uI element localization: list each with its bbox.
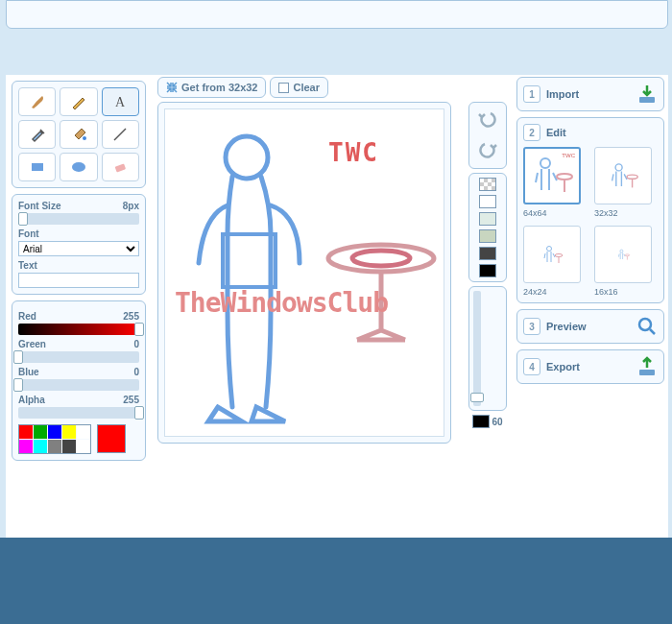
- step-1-number: 1: [523, 85, 540, 103]
- get-from-button[interactable]: Get from 32x32: [157, 77, 266, 98]
- right-column: 1 Import 2 Edit TWC64x6432x3224x2416x16 …: [513, 75, 668, 538]
- zoom-slider[interactable]: [473, 291, 481, 406]
- edit-label: Edit: [546, 127, 566, 138]
- shrink-icon: [166, 82, 178, 93]
- svg-point-16: [619, 250, 622, 252]
- svg-point-15: [555, 253, 563, 256]
- export-icon: [636, 356, 658, 377]
- canvas[interactable]: TWC TheWindowsClub: [164, 108, 444, 437]
- swatch-8[interactable]: [62, 440, 76, 453]
- undo-icon: [477, 109, 498, 131]
- import-icon: [636, 84, 658, 105]
- swatch-1[interactable]: [34, 425, 47, 439]
- red-slider[interactable]: [18, 324, 139, 335]
- preview-label: Preview: [546, 321, 587, 332]
- clear-label: Clear: [293, 82, 320, 93]
- svg-rect-9: [639, 97, 655, 103]
- pencil-tool-button[interactable]: [60, 87, 97, 116]
- size-64x64[interactable]: TWC64x64: [523, 147, 587, 218]
- svg-point-11: [557, 174, 572, 180]
- line-icon: [111, 126, 129, 143]
- text-label: Text: [18, 260, 139, 271]
- swatch-7[interactable]: [48, 440, 61, 453]
- brush-tool-button[interactable]: [18, 87, 56, 116]
- get-from-label: Get from 32x32: [181, 82, 257, 93]
- text-tool-button[interactable]: A: [102, 87, 139, 116]
- green-slider[interactable]: [18, 351, 139, 363]
- svg-rect-19: [639, 370, 655, 375]
- canvas-figure-person: [175, 119, 338, 426]
- bucket-tool-button[interactable]: [60, 120, 97, 149]
- blue-value: 0: [133, 367, 139, 377]
- blue-slider[interactable]: [18, 379, 139, 391]
- side-tools: 60: [468, 102, 507, 428]
- import-label: Import: [546, 88, 579, 100]
- font-family-select[interactable]: Arial: [18, 241, 139, 256]
- svg-point-8: [352, 251, 410, 266]
- canvas-text-thewindowsclub: TheWindowsClub: [175, 287, 388, 319]
- swatch-0[interactable]: [19, 425, 33, 439]
- side-swatch-1[interactable]: [479, 212, 496, 226]
- swatch-3[interactable]: [62, 425, 76, 439]
- zoom-value: 60: [492, 417, 502, 427]
- svg-point-18: [639, 319, 651, 330]
- blue-label: Blue: [18, 367, 39, 377]
- alpha-slider[interactable]: [18, 407, 139, 419]
- rect-icon: [29, 158, 46, 176]
- clear-button[interactable]: Clear: [270, 77, 328, 98]
- picker-icon: [29, 126, 46, 143]
- side-swatch-4[interactable]: [479, 264, 496, 277]
- swatch-2[interactable]: [48, 425, 61, 439]
- svg-rect-6: [223, 234, 276, 287]
- step-3-number: 3: [523, 318, 540, 335]
- size-16x16[interactable]: 16x16: [594, 226, 658, 297]
- main-area: A Font Size 8px Font Arial Text Red255Gr…: [6, 75, 668, 538]
- export-step[interactable]: 4 Export: [516, 349, 664, 384]
- side-swatch-0[interactable]: [479, 195, 496, 208]
- text-input[interactable]: [18, 273, 139, 288]
- text-icon: A: [111, 93, 129, 110]
- svg-text:A: A: [115, 95, 126, 109]
- green-value: 0: [133, 339, 139, 349]
- preview-icon: [636, 316, 658, 337]
- rect-tool-button[interactable]: [18, 153, 56, 181]
- svg-point-3: [72, 162, 85, 172]
- import-step[interactable]: 1 Import: [516, 77, 664, 111]
- undo-button[interactable]: [474, 107, 501, 133]
- font-size-slider[interactable]: [18, 213, 139, 225]
- picker-tool-button[interactable]: [18, 120, 56, 149]
- swatch-4[interactable]: [77, 425, 90, 439]
- pencil-icon: [70, 93, 87, 110]
- svg-rect-4: [115, 163, 126, 172]
- bucket-icon: [70, 126, 87, 143]
- palette-black[interactable]: [472, 415, 490, 428]
- preview-step[interactable]: 3 Preview: [516, 309, 664, 344]
- size-24x24[interactable]: 24x24: [523, 226, 587, 297]
- svg-point-1: [83, 136, 86, 140]
- svg-point-5: [226, 136, 268, 179]
- palette-transparent[interactable]: [479, 178, 496, 191]
- eraser-icon: [111, 158, 129, 176]
- red-value: 255: [123, 311, 139, 322]
- ellipse-icon: [70, 158, 87, 176]
- canvas-container: TWC TheWindowsClub: [157, 102, 451, 444]
- line-tool-button[interactable]: [102, 120, 139, 149]
- side-swatch-3[interactable]: [479, 247, 496, 260]
- edit-panel: 2 Edit TWC64x6432x3224x2416x16: [516, 117, 664, 303]
- side-swatch-2[interactable]: [479, 229, 496, 243]
- green-label: Green: [18, 339, 46, 349]
- clear-checkbox-icon: [278, 83, 289, 93]
- font-size-label: Font Size: [18, 201, 60, 211]
- font-panel: Font Size 8px Font Arial Text: [12, 194, 146, 295]
- step-4-number: 4: [523, 358, 540, 375]
- svg-point-12: [615, 163, 622, 170]
- swatch-5[interactable]: [19, 440, 33, 453]
- eraser-tool-button[interactable]: [102, 153, 139, 181]
- size-32x32[interactable]: 32x32: [594, 147, 658, 218]
- swatch-6[interactable]: [34, 440, 47, 453]
- ellipse-tool-button[interactable]: [60, 153, 97, 181]
- redo-button[interactable]: [474, 137, 501, 164]
- swatch-9[interactable]: [77, 440, 90, 453]
- export-label: Export: [546, 361, 580, 372]
- alpha-value: 255: [123, 395, 139, 405]
